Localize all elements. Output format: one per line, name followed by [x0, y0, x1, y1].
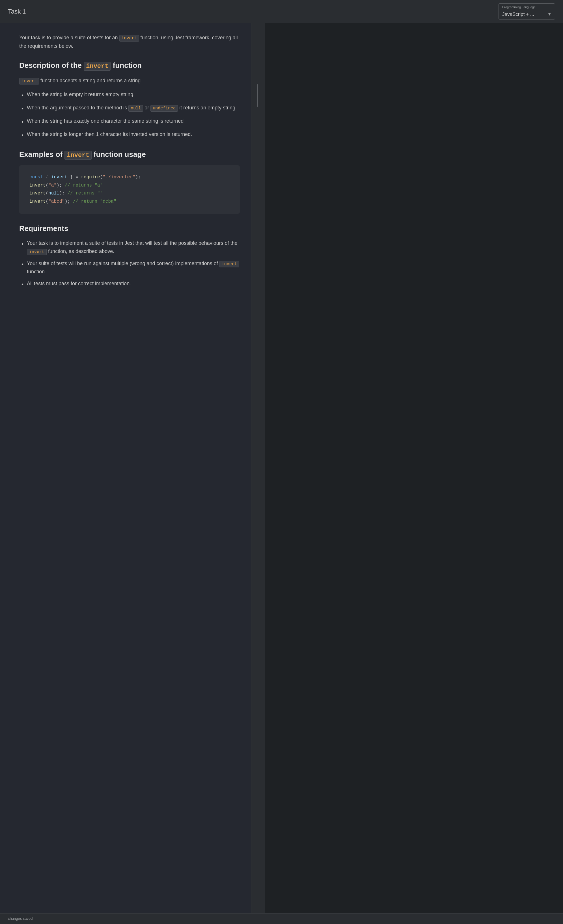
null-code: null [128, 105, 143, 112]
req-1-text: Your task is to implement a suite of tes… [27, 239, 240, 255]
left-sidebar-strip [0, 23, 8, 913]
examples-heading-after: function usage [94, 150, 146, 159]
code-arg-1: "a" [48, 183, 57, 188]
code-require-fn: require [81, 175, 100, 180]
undefined-code: undefined [150, 105, 178, 112]
code-comment-3: // return "dcba" [73, 199, 117, 204]
bullet-1-text: When the string is empty it returns empt… [27, 90, 135, 99]
description-heading: Description of the invert function [19, 61, 240, 70]
function-desc-line: invert function accepts a string and ret… [19, 76, 240, 85]
bullet-2-text: When the argument passed to the method i… [27, 104, 235, 112]
examples-heading-code: invert [65, 151, 92, 160]
req-2-text: Your suite of tests will be run against … [27, 260, 240, 276]
intro-text-before: Your task is to provide a suite of tests… [19, 35, 118, 40]
task-title: Task 1 [8, 6, 493, 16]
header: Task 1 Programming Language JavaScript +… [0, 0, 563, 23]
main-layout: Your task is to provide a suite of tests… [0, 23, 563, 913]
app-container: Task 1 Programming Language JavaScript +… [0, 0, 563, 924]
status-text: changes saved [8, 916, 33, 922]
language-selector[interactable]: Programming Language JavaScript + ... ▼ [498, 3, 555, 20]
code-call-2: invert [29, 191, 46, 196]
lang-selector-value[interactable]: JavaScript + ... ▼ [502, 10, 551, 18]
status-bar: changes saved [0, 913, 563, 924]
content-panel: Your task is to provide a suite of tests… [8, 23, 251, 913]
description-bullets: When the string is empty it returns empt… [19, 90, 240, 140]
bullet-4-text: When the string is longer then 1 charact… [27, 130, 192, 138]
bullet-item-4: When the string is longer then 1 charact… [21, 130, 240, 140]
req-bullet-2: Your suite of tests will be run against … [21, 260, 240, 276]
code-comment-1: // returns "a" [65, 183, 103, 188]
bullet-item-1: When the string is empty it returns empt… [21, 90, 240, 100]
desc-heading-code: invert [84, 62, 111, 70]
req-1-invert-code: invert [27, 249, 47, 255]
bullet-3-text: When the string has exactly one characte… [27, 117, 183, 125]
req-2-invert-code: invert [219, 261, 239, 267]
code-example-block: const { invert } = require("./inverter")… [19, 165, 240, 214]
function-desc-code: invert [19, 78, 39, 84]
requirements-heading-text: Requirements [19, 224, 68, 232]
desc-heading-before: Description of the [19, 61, 82, 69]
code-require-path: "./inverter" [103, 175, 135, 180]
right-panel [251, 23, 265, 913]
code-call-3: invert [29, 199, 46, 204]
function-desc-text: function accepts a string and returns a … [41, 78, 142, 83]
requirements-heading: Requirements [19, 224, 240, 234]
requirements-bullets: Your task is to implement a suite of tes… [19, 239, 240, 289]
code-arg-null: null [48, 191, 59, 196]
code-invert-var: invert [51, 175, 68, 180]
code-const: const [29, 175, 43, 180]
examples-heading: Examples of invert function usage [19, 150, 240, 160]
bullet-item-2: When the argument passed to the method i… [21, 104, 240, 113]
req-bullet-3: All tests must pass for correct implemen… [21, 279, 240, 289]
scroll-indicator[interactable] [257, 84, 258, 107]
bullet-item-3: When the string has exactly one characte… [21, 117, 240, 126]
req-bullet-1: Your task is to implement a suite of tes… [21, 239, 240, 255]
code-arg-2: "abcd" [48, 199, 65, 204]
desc-heading-after: function [113, 61, 142, 69]
code-comment-2: // returns "" [67, 191, 103, 196]
chevron-down-icon: ▼ [548, 11, 551, 17]
code-call-1: invert [29, 183, 46, 188]
lang-selector-label: Programming Language [502, 5, 536, 10]
intro-paragraph: Your task is to provide a suite of tests… [19, 33, 240, 51]
intro-invert-code: invert [119, 35, 139, 42]
req-3-text: All tests must pass for correct implemen… [27, 279, 131, 288]
lang-selected-text: JavaScript + ... [502, 10, 534, 18]
examples-heading-before: Examples of [19, 150, 63, 159]
